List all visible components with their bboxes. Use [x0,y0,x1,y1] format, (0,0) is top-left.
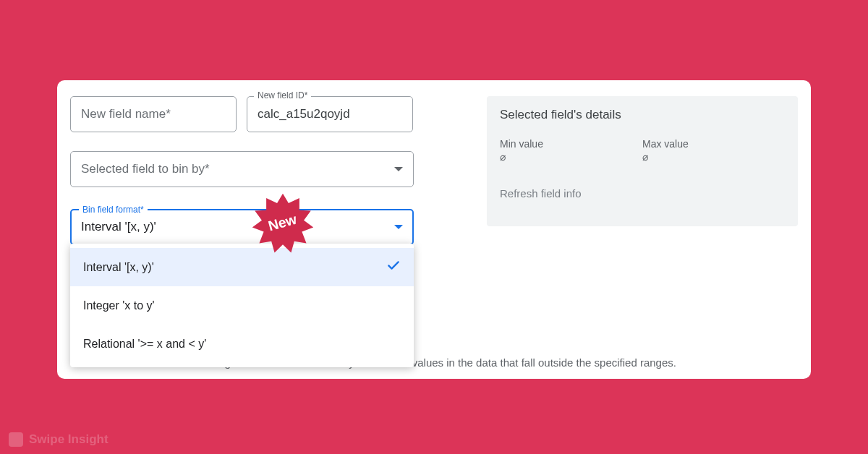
select-bin-by[interactable]: Selected field to bin by* [70,151,414,187]
bin-format-wrap: Bin field format* Interval '[x, y)' Inte… [70,209,414,245]
details-title: Selected field's details [500,108,785,122]
bin-format-label: Bin field format* [79,205,148,215]
selected-field-details-panel: Selected field's details Min value ⌀ Max… [487,96,798,226]
min-value-col: Min value ⌀ [500,138,642,163]
watermark: Swipe Insight [9,432,109,447]
dropdown-item-label: Relational '>= x and < y' [83,338,401,351]
watermark-text: Swipe Insight [29,432,109,447]
details-columns: Min value ⌀ Max value ⌀ [500,138,785,163]
max-value: ⌀ [642,151,785,163]
bin-format-option-integer[interactable]: Integer 'x to y' [70,286,414,325]
bin-format-option-interval[interactable]: Interval '[x, y)' [70,248,414,286]
new-field-id-input[interactable] [247,96,413,132]
check-icon [386,258,401,276]
select-bin-by-placeholder: Selected field to bin by* [81,162,394,176]
new-field-id-wrap: New field ID* [247,96,413,132]
new-field-id-label: New field ID* [254,90,311,100]
dropdown-item-label: Integer 'x to y' [83,299,401,312]
bin-format-option-relational[interactable]: Relational '>= x and < y' [70,325,414,363]
watermark-logo-icon [9,432,23,447]
bin-format-dropdown: Interval '[x, y)' Integer 'x to y' Relat… [70,244,414,367]
max-value-label: Max value [642,138,785,150]
min-value-label: Min value [500,138,642,150]
max-value-col: Max value ⌀ [642,138,785,163]
refresh-field-info-link[interactable]: Refresh field info [500,187,785,200]
config-card: New field ID* Selected field to bin by* … [57,80,811,379]
chevron-down-icon [394,225,403,229]
new-field-name-input[interactable] [70,96,237,132]
dropdown-item-label: Interval '[x, y)' [83,261,386,274]
bin-format-select[interactable]: Bin field format* Interval '[x, y)' [70,209,414,245]
min-value: ⌀ [500,151,642,163]
bin-format-selected-value: Interval '[x, y)' [81,220,394,234]
chevron-down-icon [394,167,403,171]
